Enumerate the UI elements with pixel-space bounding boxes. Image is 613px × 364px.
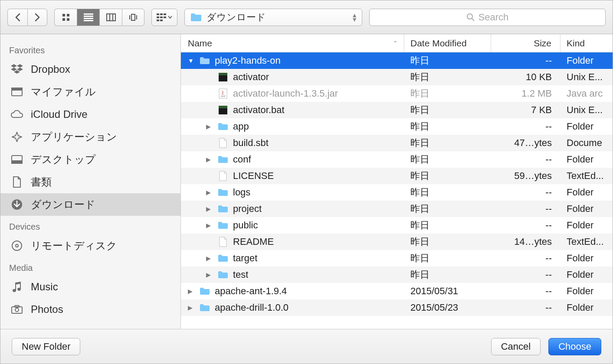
- file-date: 昨日: [404, 102, 491, 118]
- file-row[interactable]: ▶public昨日--Folder: [181, 217, 613, 234]
- music-icon: [10, 280, 24, 294]
- cancel-button[interactable]: Cancel: [491, 338, 541, 355]
- sidebar-item-documents[interactable]: 書類: [0, 171, 180, 193]
- file-name: activator-launch-1.3.5.jar: [233, 88, 338, 99]
- toolbar: ダウンロード ▲▼ Search: [0, 0, 613, 34]
- file-name: README: [233, 236, 274, 247]
- file-size: --: [491, 266, 561, 283]
- file-row[interactable]: build.sbt昨日47…ytesDocume: [181, 135, 613, 151]
- file-row[interactable]: ▶project昨日--Folder: [181, 201, 613, 217]
- file-name: build.sbt: [233, 137, 269, 149]
- view-column-button[interactable]: [99, 9, 122, 26]
- svg-rect-16: [164, 13, 166, 15]
- sidebar-item-desktop[interactable]: デスクトップ: [0, 148, 180, 171]
- sidebar-item-icloud[interactable]: iCloud Drive: [0, 103, 180, 126]
- file-row[interactable]: ▶apache-ant-1.9.42015/05/31--Folder: [181, 283, 613, 299]
- sidebar-item-photos[interactable]: Photos: [0, 298, 180, 321]
- file-row[interactable]: activator昨日10 KBUnix E...: [181, 69, 613, 85]
- file-size: 1.2 MB: [491, 85, 561, 102]
- view-icon-button[interactable]: [54, 9, 77, 26]
- file-size: --: [491, 118, 561, 135]
- file-row[interactable]: ▶target昨日--Folder: [181, 250, 613, 266]
- column-kind-header[interactable]: Kind: [561, 34, 613, 52]
- new-folder-button[interactable]: New Folder: [12, 338, 80, 355]
- file-kind: Folder: [561, 283, 613, 299]
- file-name: apache-drill-1.0.0: [215, 302, 288, 313]
- folder-icon: [217, 154, 229, 165]
- view-list-button[interactable]: [77, 9, 99, 26]
- doc-icon: [217, 170, 229, 182]
- svg-rect-18: [160, 16, 163, 18]
- downloads-icon: [10, 198, 24, 211]
- photos-icon: [10, 302, 24, 316]
- file-size: 47…ytes: [491, 135, 561, 151]
- back-button[interactable]: [7, 9, 27, 26]
- file-row[interactable]: README昨日14…ytesTextEd...: [181, 234, 613, 250]
- file-date: 2015/05/23: [404, 299, 491, 316]
- sidebar-item-apps[interactable]: アプリケーション: [0, 126, 180, 148]
- sidebar-item-music[interactable]: Music: [0, 276, 180, 298]
- file-date: 昨日: [404, 168, 491, 184]
- svg-rect-3: [67, 18, 69, 21]
- disclosure-triangle-icon[interactable]: ▶: [206, 189, 213, 196]
- arrange-button[interactable]: [151, 9, 177, 26]
- disclosure-triangle-icon[interactable]: ▶: [206, 271, 213, 278]
- file-row[interactable]: LICENSE昨日59…ytesTextEd...: [181, 168, 613, 184]
- svg-rect-11: [131, 14, 135, 20]
- file-size: --: [491, 151, 561, 168]
- file-kind: Folder: [561, 184, 613, 201]
- disclosure-triangle-icon[interactable]: ▶: [206, 156, 213, 163]
- disclosure-triangle-icon[interactable]: ▶: [188, 288, 195, 295]
- file-row[interactable]: ▶apache-drill-1.0.02015/05/23--Folder: [181, 299, 613, 316]
- file-name: app: [233, 121, 249, 132]
- footer: New Folder Cancel Choose: [0, 329, 613, 364]
- column-name-header[interactable]: Name ⌃: [181, 34, 404, 52]
- file-row[interactable]: ▶app昨日--Folder: [181, 118, 613, 135]
- view-coverflow-button[interactable]: [122, 9, 144, 26]
- file-name: project: [233, 203, 262, 214]
- sidebar-item-label: マイファイル: [31, 85, 96, 99]
- disclosure-triangle-icon[interactable]: ▶: [206, 205, 213, 212]
- sidebar-item-label: Music: [31, 281, 58, 293]
- file-row[interactable]: JARactivator-launch-1.3.5.jar昨日1.2 MBJav…: [181, 85, 613, 102]
- search-field[interactable]: Search: [369, 9, 606, 26]
- file-date: 昨日: [404, 69, 491, 85]
- choose-button[interactable]: Choose: [548, 338, 601, 355]
- disclosure-triangle-icon[interactable]: ▶: [206, 123, 213, 130]
- file-row[interactable]: ▼play2-hands-on昨日--Folder: [181, 52, 613, 69]
- disclosure-triangle-icon[interactable]: ▶: [188, 304, 195, 311]
- disclosure-triangle-icon[interactable]: ▼: [188, 57, 195, 64]
- column-date-header[interactable]: Date Modified: [404, 34, 491, 52]
- file-row[interactable]: ▶test昨日--Folder: [181, 266, 613, 283]
- file-row[interactable]: ▶conf昨日--Folder: [181, 151, 613, 168]
- file-kind: Java arc: [561, 85, 613, 102]
- file-name: play2-hands-on: [215, 55, 281, 66]
- svg-rect-19: [164, 16, 166, 18]
- sidebar-item-disc[interactable]: リモートディスク: [0, 234, 180, 257]
- path-label: ダウンロード: [207, 11, 266, 24]
- column-size-header[interactable]: Size: [491, 34, 561, 52]
- file-date: 昨日: [404, 201, 491, 217]
- folder-icon: [199, 302, 210, 313]
- file-row[interactable]: activator.bat昨日7 KBUnix E...: [181, 102, 613, 118]
- path-location-button[interactable]: ダウンロード ▲▼: [184, 9, 362, 26]
- sidebar-item-dropbox[interactable]: Dropbox: [0, 58, 180, 81]
- apps-icon: [10, 130, 24, 144]
- svg-rect-35: [219, 73, 227, 75]
- file-size: --: [491, 250, 561, 266]
- disclosure-triangle-icon[interactable]: ▶: [206, 222, 213, 229]
- file-row[interactable]: ▶logs昨日--Folder: [181, 184, 613, 201]
- sidebar-item-downloads[interactable]: ダウンロード: [0, 193, 180, 216]
- file-date: 昨日: [404, 118, 491, 135]
- sidebar-item-label: デスクトップ: [31, 153, 96, 166]
- svg-point-29: [12, 241, 22, 250]
- forward-button[interactable]: [27, 9, 47, 26]
- file-name: conf: [233, 154, 251, 165]
- file-kind: Folder: [561, 217, 613, 234]
- file-size: --: [491, 52, 561, 69]
- file-size: 7 KB: [491, 102, 561, 118]
- file-size: 14…ytes: [491, 234, 561, 250]
- sidebar-item-myfiles[interactable]: マイファイル: [0, 81, 180, 103]
- disclosure-triangle-icon[interactable]: ▶: [206, 255, 213, 262]
- file-list: ▼play2-hands-on昨日--Folderactivator昨日10 K…: [181, 52, 613, 329]
